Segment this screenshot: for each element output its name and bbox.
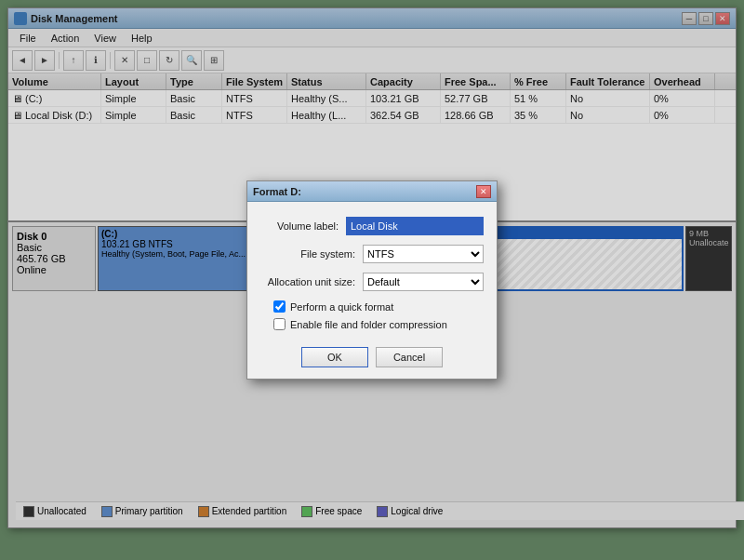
filesystem-label: File system: <box>260 248 363 260</box>
compression-checkbox[interactable] <box>273 318 286 330</box>
dialog-buttons: OK Cancel <box>260 343 484 367</box>
compression-label: Enable file and folder compression <box>290 319 447 330</box>
volume-label-field: Volume label: <box>260 217 484 235</box>
format-dialog: Format D: ✕ Volume label: File system: N… <box>246 180 498 380</box>
ok-button[interactable]: OK <box>301 347 368 367</box>
dialog-title-bar: Format D: ✕ <box>247 181 497 202</box>
volume-label-input[interactable] <box>346 217 484 235</box>
volume-label-label: Volume label: <box>260 220 346 232</box>
quick-format-row: Perform a quick format <box>273 300 484 313</box>
dialog-title: Format D: <box>253 186 476 197</box>
dialog-checkboxes: Perform a quick format Enable file and f… <box>273 300 484 330</box>
cancel-button[interactable]: Cancel <box>376 347 443 367</box>
quick-format-label: Perform a quick format <box>290 301 393 313</box>
alloc-field: Allocation unit size: Default 512 1024 2… <box>260 273 484 291</box>
alloc-select[interactable]: Default 512 1024 2048 4096 <box>363 273 484 291</box>
modal-overlay: Format D: ✕ Volume label: File system: N… <box>0 0 744 560</box>
quick-format-checkbox[interactable] <box>273 300 286 313</box>
compression-row: Enable file and folder compression <box>273 318 484 330</box>
filesystem-field: File system: NTFS FAT32 exFAT <box>260 245 484 263</box>
filesystem-select[interactable]: NTFS FAT32 exFAT <box>363 245 484 263</box>
dialog-body: Volume label: File system: NTFS FAT32 ex… <box>247 202 497 379</box>
dialog-close-button[interactable]: ✕ <box>476 185 491 198</box>
alloc-label: Allocation unit size: <box>260 276 363 287</box>
